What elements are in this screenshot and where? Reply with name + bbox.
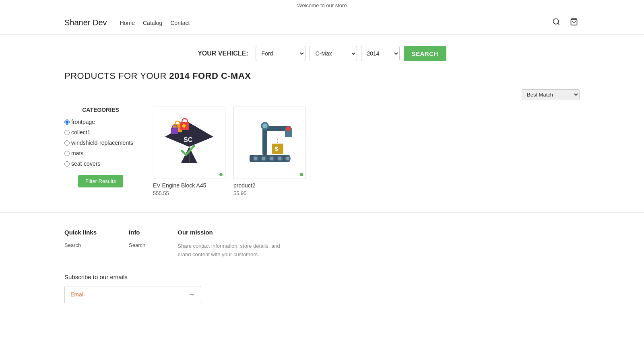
list-item: collect1 [64,129,137,136]
product-status-dot [219,173,223,176]
category-list: frontpage collect1 windshield-replacemen… [64,119,137,167]
svg-point-27 [262,123,267,128]
product-card[interactable]: $ SC EV Engine Block A45 555.55 [153,107,225,196]
category-label: frontpage [71,119,95,125]
category-radio-frontpage[interactable] [64,119,70,125]
sort-row: Best Match Price: Low to High Price: Hig… [64,89,580,100]
footer-columns: Quick links Search Info Search Our missi… [64,229,580,259]
category-radio-seat-covers[interactable] [64,161,70,167]
sidebar: CATEGORIES frontpage collect1 windshield… [64,107,137,196]
products-grid: $ SC EV Engine Block A45 555.55 [153,107,580,196]
category-radio-collect1[interactable] [64,130,70,135]
svg-rect-11 [171,128,178,134]
list-item: frontpage [64,119,137,125]
brand-logo[interactable]: Shaner Dev [64,18,107,27]
product-price: 555.55 [153,190,225,196]
list-item: mats [64,150,137,156]
svg-point-23 [286,157,289,160]
nav-contact[interactable]: Contact [170,20,190,26]
top-bar-message: Welcome to our store [297,2,347,8]
category-label: collect1 [71,129,90,136]
svg-point-17 [262,157,265,160]
footer-info-heading: Info [129,229,145,236]
category-radio-mats[interactable] [64,151,70,156]
vehicle-selector: YOUR VEHICLE: Ford Chevrolet Toyota Hond… [0,35,644,71]
page-title: PRODUCTS FOR YOUR 2014 FORD C-MAX [64,71,580,81]
footer-quick-links-heading: Quick links [64,229,97,236]
cart-icon-button[interactable] [568,16,580,29]
svg-text:SC: SC [184,136,193,143]
footer-mission-heading: Our mission [178,229,290,236]
footer-mission: Our mission Share contact information, s… [178,229,290,259]
header-left: Shaner Dev Home Catalog Contact [64,18,190,27]
vehicle-label: YOUR VEHICLE: [198,50,248,57]
sidebar-title: CATEGORIES [64,107,137,113]
header-icons [551,16,580,29]
footer-search-link-2[interactable]: Search [129,242,145,248]
svg-text:$: $ [275,146,278,152]
header: Shaner Dev Home Catalog Contact [0,11,644,35]
nav-home[interactable]: Home [120,20,135,26]
email-submit-button[interactable]: → [182,286,201,303]
footer-info: Info Search [129,229,145,259]
nav-catalog[interactable]: Catalog [143,20,162,26]
email-input[interactable] [65,286,182,302]
filter-results-button[interactable]: Filter Results [78,175,123,187]
footer: Quick links Search Info Search Our missi… [0,212,644,327]
category-radio-windshield[interactable] [64,140,70,146]
product-price: 55.95 [233,190,306,196]
product-card[interactable]: $ product2 55.95 [233,107,306,196]
make-select[interactable]: Ford Chevrolet Toyota Honda [256,46,305,61]
content-area: CATEGORIES frontpage collect1 windshield… [64,107,580,196]
product-name: EV Engine Block A45 [153,182,225,189]
category-label: seat-covers [71,160,100,167]
svg-point-21 [278,157,281,160]
svg-rect-24 [262,127,267,155]
product-image: $ SC [153,107,225,179]
category-label: windshield-replacements [71,140,133,146]
subscribe-section: Subscribe to our emails → [64,274,580,303]
svg-line-1 [558,23,559,25]
svg-point-29 [286,126,291,131]
svg-point-19 [270,157,273,160]
list-item: windshield-replacements [64,140,137,146]
footer-mission-text: Share contact information, store details… [178,242,290,259]
main-content: PRODUCTS FOR YOUR 2014 FORD C-MAX Best M… [0,71,644,212]
product-image: $ [233,107,306,179]
email-form: → [64,286,201,303]
title-prefix: PRODUCTS FOR YOUR [64,71,169,81]
vehicle-search-button[interactable]: SEARCH [404,46,446,61]
model-select[interactable]: C-Max Explorer F-150 Mustang [310,46,357,61]
svg-point-15 [254,157,257,160]
subscribe-heading: Subscribe to our emails [64,274,580,280]
footer-search-link-1[interactable]: Search [64,242,97,248]
sort-select[interactable]: Best Match Price: Low to High Price: Hig… [522,89,580,100]
list-item: seat-covers [64,160,137,167]
svg-point-0 [553,19,559,24]
product-name: product2 [233,182,306,189]
main-nav: Home Catalog Contact [120,20,190,26]
title-bold: 2014 FORD C-MAX [169,71,251,81]
top-bar: Welcome to our store [0,0,644,11]
search-icon-button[interactable] [551,16,562,29]
year-select[interactable]: 2014 2015 2013 [361,46,400,61]
footer-quick-links: Quick links Search [64,229,97,259]
category-label: mats [71,150,83,156]
product-status-dot [300,173,303,176]
